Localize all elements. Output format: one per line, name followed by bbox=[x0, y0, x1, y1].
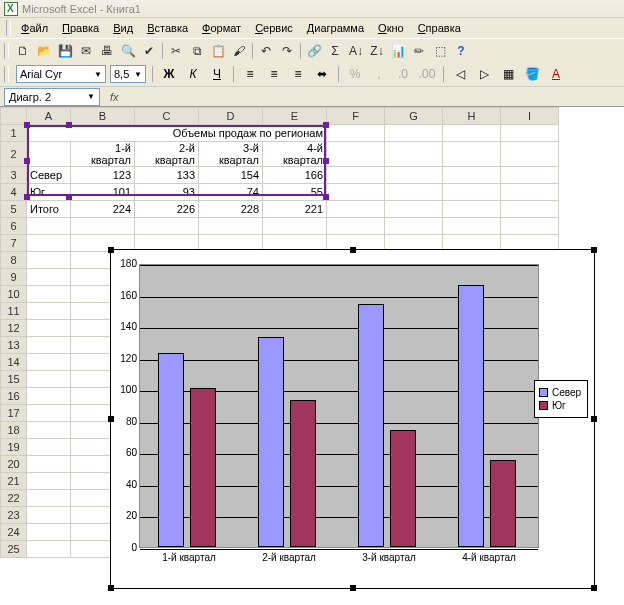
row-header-19[interactable]: 19 bbox=[1, 439, 27, 456]
save-icon[interactable]: 💾 bbox=[55, 41, 75, 61]
cell[interactable]: 226 bbox=[135, 201, 199, 218]
selection-handle[interactable] bbox=[24, 194, 30, 200]
chart-bar[interactable] bbox=[258, 337, 284, 547]
cell[interactable] bbox=[385, 167, 443, 184]
increase-indent-icon[interactable]: ▷ bbox=[474, 64, 494, 84]
chart-handle[interactable] bbox=[591, 247, 597, 253]
cut-icon[interactable]: ✂ bbox=[166, 41, 186, 61]
worksheet-grid[interactable]: ABCDEFGHI1Объемы продаж по регионам21-й … bbox=[0, 106, 624, 605]
paste-icon[interactable]: 📋 bbox=[208, 41, 228, 61]
selection-handle[interactable] bbox=[323, 194, 329, 200]
cell[interactable] bbox=[443, 218, 501, 235]
hyperlink-icon[interactable]: 🔗 bbox=[304, 41, 324, 61]
row-header-4[interactable]: 4 bbox=[1, 184, 27, 201]
cell[interactable] bbox=[501, 201, 559, 218]
row-header-1[interactable]: 1 bbox=[1, 125, 27, 142]
copy-icon[interactable]: ⧉ bbox=[187, 41, 207, 61]
row-header-24[interactable]: 24 bbox=[1, 524, 27, 541]
cell[interactable] bbox=[27, 337, 71, 354]
selection-handle[interactable] bbox=[323, 158, 329, 164]
cell[interactable] bbox=[199, 218, 263, 235]
cell[interactable] bbox=[27, 286, 71, 303]
chart-object[interactable]: 020406080100120140160180 1-й квартал2-й … bbox=[110, 249, 595, 589]
row-header-18[interactable]: 18 bbox=[1, 422, 27, 439]
chart-bar[interactable] bbox=[458, 285, 484, 547]
row-header-6[interactable]: 6 bbox=[1, 218, 27, 235]
cell[interactable] bbox=[27, 218, 71, 235]
chart-handle[interactable] bbox=[108, 247, 114, 253]
new-icon[interactable]: 🗋 bbox=[13, 41, 33, 61]
cell[interactable] bbox=[501, 142, 559, 167]
cell[interactable] bbox=[385, 125, 443, 142]
chart-handle[interactable] bbox=[350, 247, 356, 253]
cell[interactable] bbox=[385, 218, 443, 235]
col-header-F[interactable]: F bbox=[327, 108, 385, 125]
chart-icon[interactable]: 📊 bbox=[388, 41, 408, 61]
menu-диаграмма[interactable]: Диаграмма bbox=[300, 20, 371, 36]
cell[interactable]: 123 bbox=[71, 167, 135, 184]
cell[interactable]: 2-й квартал bbox=[135, 142, 199, 167]
col-header-C[interactable]: C bbox=[135, 108, 199, 125]
underline-button[interactable]: Ч bbox=[207, 64, 227, 84]
font-name-combo[interactable]: Arial Cyr ▼ bbox=[16, 65, 106, 83]
cell[interactable] bbox=[27, 252, 71, 269]
selection-handle[interactable] bbox=[66, 122, 72, 128]
row-header-17[interactable]: 17 bbox=[1, 405, 27, 422]
cell[interactable]: 166 bbox=[263, 167, 327, 184]
row-header-13[interactable]: 13 bbox=[1, 337, 27, 354]
sort-desc-icon[interactable]: Z↓ bbox=[367, 41, 387, 61]
cell[interactable] bbox=[27, 371, 71, 388]
row-header-5[interactable]: 5 bbox=[1, 201, 27, 218]
col-header-H[interactable]: H bbox=[443, 108, 501, 125]
cell[interactable] bbox=[27, 473, 71, 490]
menu-вид[interactable]: Вид bbox=[106, 20, 140, 36]
cell[interactable] bbox=[27, 303, 71, 320]
menu-сервис[interactable]: Сервис bbox=[248, 20, 300, 36]
align-right-icon[interactable]: ≡ bbox=[288, 64, 308, 84]
print-icon[interactable]: 🖶 bbox=[97, 41, 117, 61]
row-header-21[interactable]: 21 bbox=[1, 473, 27, 490]
cell[interactable] bbox=[327, 142, 385, 167]
row-header-14[interactable]: 14 bbox=[1, 354, 27, 371]
cell[interactable] bbox=[27, 320, 71, 337]
cell[interactable] bbox=[443, 201, 501, 218]
cell[interactable] bbox=[71, 218, 135, 235]
cell[interactable]: 1-й квартал bbox=[71, 142, 135, 167]
comma-icon[interactable]: , bbox=[369, 64, 389, 84]
cell[interactable]: 228 bbox=[199, 201, 263, 218]
cell[interactable] bbox=[135, 218, 199, 235]
open-icon[interactable]: 📂 bbox=[34, 41, 54, 61]
menu-формат[interactable]: Формат bbox=[195, 20, 248, 36]
cell[interactable] bbox=[443, 125, 501, 142]
row-header-11[interactable]: 11 bbox=[1, 303, 27, 320]
row-header-3[interactable]: 3 bbox=[1, 167, 27, 184]
increase-decimal-icon[interactable]: .00 bbox=[417, 64, 437, 84]
grip-icon[interactable] bbox=[4, 43, 9, 59]
row-header-25[interactable]: 25 bbox=[1, 541, 27, 558]
cell[interactable] bbox=[327, 218, 385, 235]
font-size-combo[interactable]: 8,5 ▼ bbox=[110, 65, 146, 83]
cell[interactable] bbox=[27, 439, 71, 456]
cell[interactable]: 55 bbox=[263, 184, 327, 201]
autosum-icon[interactable]: Σ bbox=[325, 41, 345, 61]
cell[interactable] bbox=[27, 507, 71, 524]
cell[interactable]: 4-й квартал bbox=[263, 142, 327, 167]
decrease-decimal-icon[interactable]: .0 bbox=[393, 64, 413, 84]
cell[interactable] bbox=[27, 388, 71, 405]
decrease-indent-icon[interactable]: ◁ bbox=[450, 64, 470, 84]
cell[interactable] bbox=[443, 184, 501, 201]
row-header-10[interactable]: 10 bbox=[1, 286, 27, 303]
cell[interactable]: 133 bbox=[135, 167, 199, 184]
align-left-icon[interactable]: ≡ bbox=[240, 64, 260, 84]
row-header-20[interactable]: 20 bbox=[1, 456, 27, 473]
cell[interactable] bbox=[443, 142, 501, 167]
cell[interactable] bbox=[263, 218, 327, 235]
row-header-15[interactable]: 15 bbox=[1, 371, 27, 388]
chart-handle[interactable] bbox=[591, 585, 597, 591]
menu-файл[interactable]: Файл bbox=[14, 20, 55, 36]
cell[interactable] bbox=[385, 184, 443, 201]
col-header-A[interactable]: A bbox=[27, 108, 71, 125]
cell[interactable]: 221 bbox=[263, 201, 327, 218]
cell[interactable] bbox=[501, 218, 559, 235]
format-painter-icon[interactable]: 🖌 bbox=[229, 41, 249, 61]
